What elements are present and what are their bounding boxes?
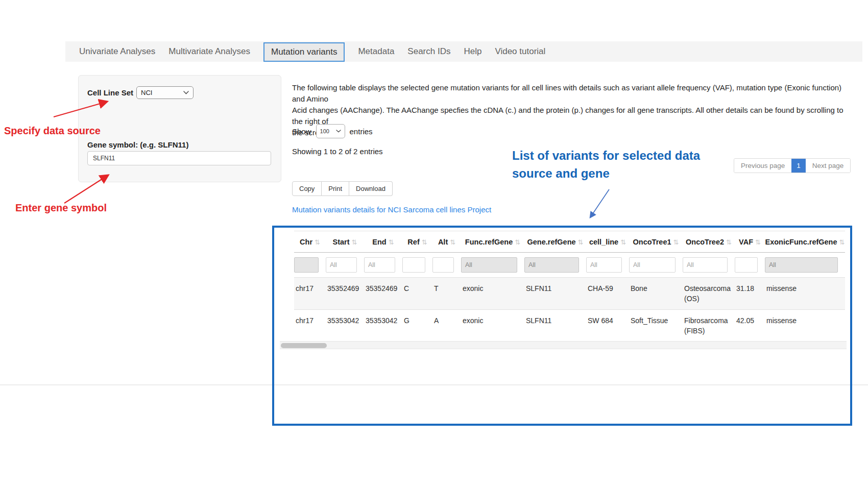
gene-symbol-label: Gene symbol: (e.g. SLFN11) [87, 140, 188, 149]
tab-univariate-analyses[interactable]: Univariate Analyses [79, 46, 155, 57]
table-row[interactable]: chr173535246935352469CTexonicSLFN11CHA-5… [294, 277, 845, 309]
tab-search-ids[interactable]: Search IDs [407, 46, 450, 57]
horizontal-scrollbar[interactable] [280, 341, 847, 349]
filter-input-oncotree2[interactable] [683, 257, 728, 273]
column-header-vaf[interactable]: VAF⇅ [735, 238, 765, 246]
column-header-oncotree2[interactable]: OncoTree2⇅ [683, 238, 735, 246]
filter-cell-start [326, 257, 364, 273]
cell-oncotree2: Osteosarcoma (OS) [683, 278, 735, 309]
page-number-1[interactable]: 1 [791, 159, 806, 173]
sort-icon[interactable]: ⇅ [315, 238, 320, 246]
sort-icon[interactable]: ⇅ [578, 238, 584, 246]
sort-icon[interactable]: ⇅ [515, 238, 520, 246]
column-label: Alt [438, 238, 448, 246]
column-label: Chr [300, 238, 312, 246]
filter-input-oncotree1[interactable] [629, 257, 676, 273]
column-label: Start [333, 238, 350, 246]
tab-multivariate-analyses[interactable]: Multivariate Analyses [168, 46, 250, 57]
tab-metadata[interactable]: Metadata [358, 46, 394, 57]
filter-input-vaf[interactable] [735, 257, 758, 273]
cell-oncotree1: Bone [629, 278, 683, 309]
table-filter-row: AllAllAll [294, 253, 845, 277]
filter-select-func-refgene[interactable]: All [461, 257, 517, 273]
sort-icon[interactable]: ⇅ [726, 238, 732, 246]
cell-oncotree1: Soft_Tissue [629, 310, 683, 341]
filter-input-end[interactable] [364, 257, 395, 273]
filter-select-chr[interactable] [294, 257, 319, 273]
filter-input-alt[interactable] [432, 257, 454, 273]
cell-func-refgene: exonic [461, 310, 524, 341]
cell-func-refgene: exonic [461, 278, 524, 309]
sort-icon[interactable]: ⇅ [389, 238, 394, 246]
cell-chr: chr17 [294, 278, 326, 309]
sort-icon[interactable]: ⇅ [673, 238, 679, 246]
column-header-alt[interactable]: Alt⇅ [432, 238, 461, 246]
tab-video-tutorial[interactable]: Video tutorial [495, 46, 545, 57]
filter-select-exonicfunc-refgene[interactable]: All [765, 257, 838, 273]
annotation-variants-list-heading: List of variants for selected data sourc… [512, 147, 732, 182]
download-button[interactable]: Download [349, 181, 393, 196]
previous-page-button[interactable]: Previous page [734, 159, 791, 173]
cell-start: 35353042 [326, 310, 364, 341]
tab-help[interactable]: Help [464, 46, 481, 57]
column-label: OncoTree1 [633, 238, 671, 246]
cell-line-set-select[interactable]: NCI [136, 86, 194, 99]
pagination: Previous page 1 Next page [734, 158, 851, 173]
filter-cell-func-refgene: All [461, 257, 524, 273]
filter-input-cell-line[interactable] [586, 257, 622, 273]
filter-cell-end [364, 257, 402, 273]
print-button[interactable]: Print [322, 181, 349, 196]
gene-symbol-input[interactable] [87, 151, 271, 165]
cell-alt: A [432, 310, 461, 341]
annotation-enter-gene-symbol: Enter gene symbol [15, 202, 107, 214]
copy-button[interactable]: Copy [292, 181, 322, 196]
column-label: OncoTree2 [686, 238, 724, 246]
cell-exonicfunc-refgene: missense [765, 278, 845, 309]
blue-arrow-to-table [590, 189, 609, 217]
filter-select-gene-refgene[interactable]: All [524, 257, 579, 273]
table-description: The following table displays the selecte… [292, 82, 845, 138]
filter-cell-alt [432, 257, 461, 273]
entries-per-page-select[interactable]: 100 [316, 124, 345, 138]
cell-chr: chr17 [294, 310, 326, 341]
column-label: ExonicFunc.refGene [765, 238, 837, 246]
column-label: End [372, 238, 386, 246]
sort-icon[interactable]: ⇅ [352, 238, 357, 246]
entries-label: entries [350, 127, 373, 136]
chevron-down-icon [336, 130, 341, 133]
filter-cell-chr [294, 257, 326, 273]
column-header-gene-refgene[interactable]: Gene.refGene⇅ [524, 238, 586, 246]
horizontal-scrollbar-thumb[interactable] [281, 343, 327, 348]
cell-ref: G [402, 310, 432, 341]
sort-icon[interactable]: ⇅ [755, 238, 761, 246]
table-header-row: Chr⇅Start⇅End⇅Ref⇅Alt⇅Func.refGene⇅Gene.… [294, 231, 845, 253]
filter-cell-oncotree1 [629, 257, 683, 273]
cell-vaf: 42.05 [735, 310, 765, 341]
column-header-cell-line[interactable]: cell_line⇅ [586, 238, 629, 246]
column-header-func-refgene[interactable]: Func.refGene⇅ [461, 238, 524, 246]
cell-ref: C [402, 278, 432, 309]
cell-gene-refgene: SLFN11 [524, 278, 586, 309]
top-navbar: Univariate Analyses Multivariate Analyse… [65, 41, 862, 62]
column-header-oncotree1[interactable]: OncoTree1⇅ [629, 238, 683, 246]
section-divider [0, 384, 868, 385]
column-header-chr[interactable]: Chr⇅ [294, 238, 326, 246]
column-header-ref[interactable]: Ref⇅ [402, 238, 432, 246]
column-header-start[interactable]: Start⇅ [326, 238, 364, 246]
sort-icon[interactable]: ⇅ [450, 238, 455, 246]
table-row[interactable]: chr173535304235353042GAexonicSLFN11SW 68… [294, 309, 845, 341]
column-header-exonicfunc-refgene[interactable]: ExonicFunc.refGene⇅ [765, 238, 845, 246]
sort-icon[interactable]: ⇅ [620, 238, 626, 246]
sort-icon[interactable]: ⇅ [839, 238, 845, 246]
column-label: Ref [407, 238, 419, 246]
next-page-button[interactable]: Next page [806, 159, 851, 173]
column-header-end[interactable]: End⇅ [364, 238, 402, 246]
query-panel: Cell Line Set NCI Gene symbol: (e.g. SLF… [78, 75, 281, 182]
cell-end: 35352469 [364, 278, 402, 309]
filter-input-ref[interactable] [402, 257, 425, 273]
filter-cell-vaf [735, 257, 765, 273]
mutation-variants-details-link[interactable]: Mutation variants details for NCI Sarcom… [292, 205, 491, 214]
tab-mutation-variants[interactable]: Mutation variants [263, 42, 345, 62]
sort-icon[interactable]: ⇅ [422, 238, 427, 246]
filter-input-start[interactable] [326, 257, 357, 273]
